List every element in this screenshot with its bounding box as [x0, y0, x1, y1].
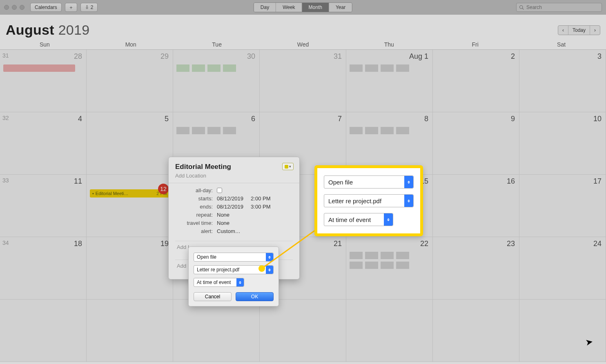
day-cell[interactable]: 29 — [87, 50, 173, 112]
day-cell[interactable]: 34 18 — [0, 237, 87, 300]
weekday-row: Sun Mon Tue Wed Thu Fri Sat — [0, 41, 606, 49]
starts-date[interactable]: 08/12/2019 — [217, 195, 243, 202]
day-cell[interactable]: 30 — [173, 50, 260, 112]
day-number: 10 — [593, 115, 602, 123]
day-cell[interactable]: 5 — [87, 112, 173, 175]
day-cell[interactable]: 2 — [433, 50, 519, 112]
weekday-sat: Sat — [518, 41, 604, 48]
callout-action-select[interactable]: Open file — [324, 175, 414, 189]
event-block[interactable] — [350, 262, 429, 269]
view-day[interactable]: Day — [254, 3, 276, 12]
week-number: 33 — [2, 177, 9, 184]
select-value: At time of event — [328, 216, 371, 223]
day-cell[interactable]: 22 — [346, 237, 433, 300]
today-button[interactable]: Today — [568, 26, 590, 35]
weekday-mon: Mon — [88, 41, 174, 48]
alert-timing-select[interactable]: At time of event — [194, 278, 244, 287]
day-cell[interactable]: Aug 1 — [346, 50, 433, 112]
event-block[interactable] — [3, 64, 75, 72]
day-cell[interactable] — [0, 300, 87, 362]
day-cell[interactable]: 33 11 — [0, 175, 87, 237]
add-button[interactable]: ＋ — [65, 3, 77, 12]
event-block[interactable] — [176, 127, 256, 134]
day-cell[interactable]: 31 28 — [0, 50, 87, 112]
prev-button[interactable]: ‹ — [558, 26, 568, 35]
updown-icon — [404, 195, 413, 207]
view-month[interactable]: Month — [302, 3, 329, 12]
callout-timing-select[interactable]: At time of event — [324, 213, 393, 226]
view-week[interactable]: Week — [276, 3, 302, 12]
calendars-button[interactable]: Calendars — [30, 3, 62, 12]
label-alert: alert: — [175, 228, 213, 234]
close-icon[interactable] — [4, 5, 9, 10]
day-cell[interactable] — [433, 300, 519, 362]
select-value: Letter re project.pdf — [328, 198, 381, 204]
zoom-icon[interactable] — [20, 5, 25, 10]
view-segment: Day Week Month Year — [254, 2, 352, 12]
weekday-fri: Fri — [432, 41, 518, 48]
day-cell[interactable]: 3 — [519, 50, 606, 112]
event-title[interactable]: Editorial Meeting — [175, 163, 293, 171]
event-block[interactable] — [350, 252, 429, 259]
inbox-icon: ⇩ — [85, 4, 89, 10]
search-placeholder: Search — [526, 4, 542, 10]
minimize-icon[interactable] — [12, 5, 17, 10]
day-cell[interactable]: 10 — [519, 112, 606, 175]
day-cell[interactable] — [260, 300, 346, 362]
weekday-wed: Wed — [260, 41, 346, 48]
day-cell[interactable]: 16 — [433, 175, 519, 237]
day-cell[interactable]: 9 — [433, 112, 519, 175]
travel-value[interactable]: None — [217, 220, 293, 226]
callout-dot-icon — [258, 265, 265, 272]
search-input[interactable]: Search — [516, 3, 602, 12]
label-ends: ends: — [175, 204, 213, 210]
callout-file-select[interactable]: Letter re project.pdf — [324, 194, 414, 207]
event-block[interactable] — [350, 64, 429, 72]
inbox-button[interactable]: ⇩ 2 — [80, 3, 98, 12]
next-button[interactable]: › — [590, 26, 600, 35]
ok-button[interactable]: OK — [236, 292, 274, 301]
day-cell[interactable]: 31 — [260, 50, 346, 112]
day-number: 9 — [511, 115, 515, 123]
view-year[interactable]: Year — [329, 3, 352, 12]
repeat-value[interactable]: None — [217, 212, 293, 218]
day-cell[interactable]: 24 — [519, 237, 606, 300]
day-number: 17 — [593, 177, 602, 186]
row-ends: ends: 08/12/2019 3:00 PM — [175, 204, 293, 210]
day-cell[interactable]: 12 • Editorial Meeti… 2 PM — [87, 175, 173, 237]
day-number: 19 — [160, 240, 169, 248]
today-badge: 12 — [158, 184, 169, 194]
day-cell[interactable] — [173, 300, 260, 362]
cancel-button[interactable]: Cancel — [194, 292, 232, 301]
alert-action-select[interactable]: Open file — [194, 253, 274, 262]
row-travel: travel time: None — [175, 220, 293, 226]
day-cell[interactable] — [346, 300, 433, 362]
select-value: Letter re project.pdf — [197, 267, 239, 273]
calendar-picker[interactable]: ▾ — [282, 163, 294, 170]
event-block[interactable] — [350, 127, 429, 134]
ends-date[interactable]: 08/12/2019 — [217, 204, 243, 210]
event-pill[interactable]: • Editorial Meeti… 2 PM — [90, 189, 169, 198]
alert-value[interactable]: Custom… — [217, 228, 293, 234]
month-nav: ‹ Today › — [558, 25, 600, 35]
add-location-field[interactable]: Add Location — [175, 173, 293, 179]
event-block[interactable] — [176, 64, 256, 72]
day-cell[interactable]: 23 — [433, 237, 519, 300]
starts-time[interactable]: 2:00 PM — [251, 195, 270, 202]
week-number: 34 — [2, 240, 9, 246]
label-starts: starts: — [175, 195, 213, 202]
week-number: 32 — [2, 115, 9, 121]
day-cell[interactable] — [87, 300, 173, 362]
weekday-thu: Thu — [346, 41, 432, 48]
day-cell[interactable] — [519, 300, 606, 362]
ends-time[interactable]: 3:00 PM — [251, 204, 270, 210]
callout-highlight: Open file Letter re project.pdf At time … — [314, 165, 423, 236]
day-number: 31 — [334, 52, 342, 61]
allday-checkbox[interactable] — [217, 188, 222, 193]
day-number: 30 — [247, 52, 255, 61]
day-number: 2 — [511, 52, 515, 61]
day-cell[interactable]: 17 — [519, 175, 606, 237]
week-number: 31 — [2, 52, 9, 59]
day-cell[interactable]: 19 — [87, 237, 173, 300]
day-cell[interactable]: 32 4 — [0, 112, 87, 175]
